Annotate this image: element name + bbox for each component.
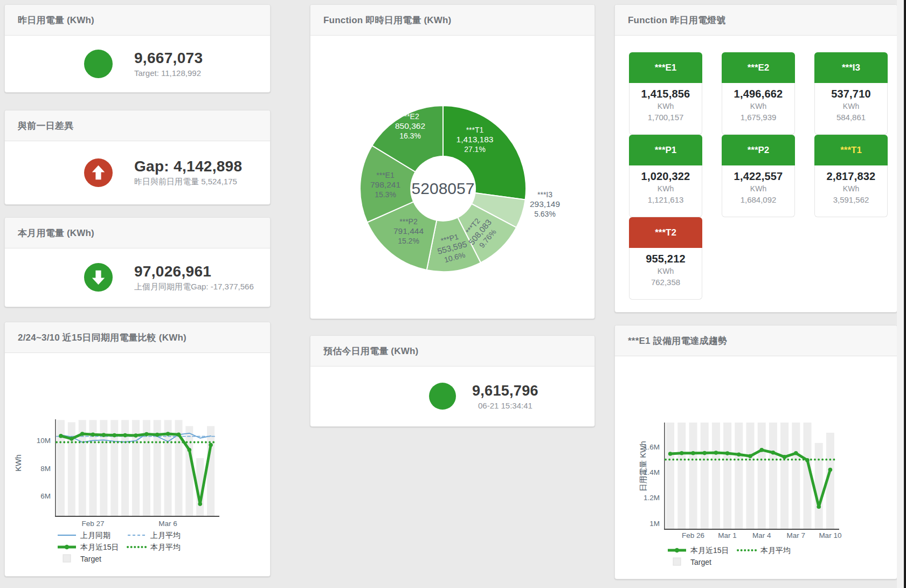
status-tile-body: 537,710KWh584,861 [814,83,888,135]
svg-text:***P2: ***P2 [399,217,418,226]
prev-day-gap-value: Gap: 4,142,898 [134,158,242,175]
svg-text:Feb 27: Feb 27 [82,520,105,528]
svg-text:1.2M: 1.2M [644,494,660,502]
status-tile-header: ***E1 [629,52,702,83]
svg-text:***E2: ***E2 [401,112,419,121]
arrow-down-icon [84,263,113,292]
status-tile-value: 1,422,557 [722,170,794,183]
svg-text:Feb 26: Feb 26 [682,531,704,539]
status-tile-body: 2,817,832KWh3,591,562 [814,165,888,217]
card-body: 9,615,796 06-21 15:34:41 [310,366,594,426]
svg-text:293,149: 293,149 [530,199,560,209]
svg-text:Mar 1: Mar 1 [718,531,737,539]
card-title: Function 昨日用電燈號 [628,14,725,26]
card-title: 預估今日用電量 (KWh) [323,345,418,357]
svg-text:850,362: 850,362 [395,121,425,130]
svg-text:本月平均: 本月平均 [150,543,181,551]
status-tile-value: 2,817,832 [815,170,887,183]
kpi-text: Gap: 4,142,898 昨日與前日用電量 5,524,175 [134,158,242,187]
status-tile: ***T12,817,832KWh3,591,562 [814,135,888,217]
status-tile-unit: KWh [815,102,887,110]
status-tile-target: 762,358 [630,278,702,287]
status-tile-value: 1,415,856 [630,88,702,100]
status-tile: ***E11,415,856KWh1,700,157 [629,52,702,135]
svg-text:本月近15日: 本月近15日 [690,546,729,555]
card-e1-trend-header: ***E1 設備用電達成趨勢 [615,326,897,356]
status-tile-target: 1,684,092 [722,195,794,204]
card-body: 5208057***T11,413,18327.1%***I3293,1495.… [310,35,594,319]
svg-text:10M: 10M [37,437,51,445]
svg-text:***E1: ***E1 [376,171,395,179]
card-title: 本月用電量 (KWh) [18,227,94,239]
svg-text:15.2%: 15.2% [398,237,419,245]
status-tile-unit: KWh [722,184,794,193]
status-tile: ***I3537,710KWh584,861 [814,52,888,135]
card-estimate-header: 預估今日用電量 (KWh) [310,336,594,366]
status-tile-header: ***P2 [722,135,795,165]
svg-text:Target: Target [80,555,101,563]
usage-compare-chart: 6M8M10MFeb 27Mar 6KWh上月同期上月平均本月近15日本月平均T… [5,352,270,576]
svg-text:上月同期: 上月同期 [80,531,110,539]
card-body: 1M1.2M1.4M1.6MFeb 26Mar 1Mar 4Mar 7Mar 1… [615,356,897,579]
card-title: ***E1 設備用電達成趨勢 [628,335,727,347]
svg-text:KWh: KWh [14,454,23,471]
svg-text:8M: 8M [40,465,51,473]
estimate-today-timestamp: 06-21 15:34:41 [472,401,538,410]
card-realtime-usage-donut: Function 即時日用電量 (KWh) 5208057***T11,413,… [310,4,595,319]
status-tile: ***P21,422,557KWh1,684,092 [722,135,795,217]
status-tile-value: 537,710 [815,88,887,100]
svg-text:6M: 6M [40,492,51,500]
status-tile-header: ***T2 [629,217,702,248]
status-tile: ***E21,496,662KWh1,675,939 [722,52,795,135]
svg-text:Mar 10: Mar 10 [819,531,841,539]
svg-text:5.63%: 5.63% [534,210,556,218]
card-body: 97,026,961 上個月同期用電Gap: -17,377,566 [5,248,270,307]
card-yesterday-header: 昨日用電量 (KWh) [5,5,270,36]
status-tile-header: ***T1 [814,135,888,165]
status-tile-body: 955,212KWh762,358 [629,248,702,300]
status-tile-value: 955,212 [630,253,702,265]
status-tile-header: ***P1 [629,135,702,165]
card-estimate-today: 預估今日用電量 (KWh) 9,615,796 06-21 15:34:41 [310,335,595,427]
yesterday-usage-target: Target: 11,128,992 [134,68,203,78]
estimate-today-value: 9,615,796 [472,383,538,399]
card-e1-trend-chart: ***E1 設備用電達成趨勢 1M1.2M1.4M1.6MFeb 26Mar 1… [614,325,897,579]
card-realtime-usage-header: Function 即時日用電量 (KWh) [310,5,594,36]
svg-text:Mar 6: Mar 6 [158,520,177,528]
status-tile-value: 1,020,322 [630,170,702,183]
svg-text:***T1: ***T1 [466,126,484,134]
svg-text:791,444: 791,444 [393,226,424,236]
energy-dashboard: { "kpis": { "yesterday": {"title": "昨日用電… [0,0,906,588]
svg-text:本月近15日: 本月近15日 [80,543,119,551]
card-title: 昨日用電量 (KWh) [18,14,94,26]
status-circle-icon [429,383,456,410]
card-month-usage-header: 本月用電量 (KWh) [5,218,270,248]
status-tile-body: 1,496,662KWh1,675,939 [722,83,795,135]
svg-text:15.3%: 15.3% [375,190,396,199]
svg-text:5208057: 5208057 [412,179,475,197]
card-status-lights: Function 昨日用電燈號 ***E11,415,856KWh1,700,1… [614,4,897,313]
card-yesterday-usage: 昨日用電量 (KWh) 9,667,073 Target: 11,128,992 [4,4,271,93]
card-prev-day-gap: 與前一日差異 Gap: 4,142,898 昨日與前日用電量 5,524,175 [4,110,271,205]
kpi-text: 9,667,073 Target: 11,128,992 [134,50,203,78]
svg-text:798,241: 798,241 [370,180,400,189]
svg-text:1M: 1M [649,520,660,528]
card-month-usage: 本月用電量 (KWh) 97,026,961 上個月同期用電Gap: -17,3… [4,217,271,307]
month-usage-value: 97,026,961 [134,263,254,280]
card-15day-compare-header: 2/24~3/10 近15日同期用電量比較 (KWh) [5,322,270,353]
card-status-lights-header: Function 昨日用電燈號 [615,5,897,36]
card-title: 2/24~3/10 近15日同期用電量比較 (KWh) [18,331,186,344]
status-tile-unit: KWh [722,102,794,110]
svg-text:Mar 7: Mar 7 [787,531,806,539]
svg-text:日用電量 KWh: 日用電量 KWh [639,441,647,491]
svg-text:27.1%: 27.1% [464,145,486,154]
svg-text:1,413,183: 1,413,183 [457,135,494,144]
status-tile-target: 1,121,613 [630,195,702,204]
status-tile-unit: KWh [630,102,702,110]
card-title: Function 即時日用電量 (KWh) [323,14,451,26]
month-usage-gap: 上個月同期用電Gap: -17,377,566 [134,282,254,292]
prev-day-gap-subtitle: 昨日與前日用電量 5,524,175 [134,177,242,187]
status-tile: ***P11,020,322KWh1,121,613 [629,135,702,217]
status-tile-target: 1,700,157 [630,113,702,122]
card-title: 與前一日差異 [18,120,73,132]
